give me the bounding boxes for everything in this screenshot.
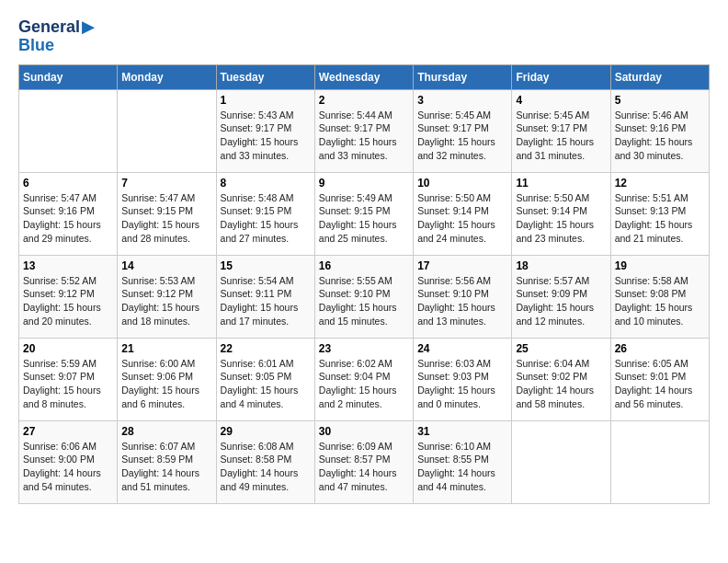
calendar-cell: 25Sunrise: 6:04 AM Sunset: 9:02 PM Dayli…	[512, 338, 610, 420]
day-number: 23	[319, 342, 409, 355]
calendar-cell: 14Sunrise: 5:53 AM Sunset: 9:12 PM Dayli…	[118, 255, 216, 338]
calendar-cell: 27Sunrise: 6:06 AM Sunset: 9:00 PM Dayli…	[19, 420, 118, 503]
day-number: 14	[121, 259, 211, 272]
day-detail: Sunrise: 6:01 AM Sunset: 9:05 PM Dayligh…	[221, 357, 311, 411]
logo-icon	[82, 21, 95, 34]
day-number: 9	[319, 177, 409, 190]
week-row-4: 20Sunrise: 5:59 AM Sunset: 9:07 PM Dayli…	[19, 338, 710, 420]
calendar-cell: 2Sunrise: 5:44 AM Sunset: 9:17 PM Daylig…	[314, 89, 413, 172]
day-detail: Sunrise: 6:02 AM Sunset: 9:04 PM Dayligh…	[319, 357, 409, 411]
day-detail: Sunrise: 5:43 AM Sunset: 9:17 PM Dayligh…	[221, 109, 311, 163]
day-detail: Sunrise: 5:58 AM Sunset: 9:08 PM Dayligh…	[615, 274, 705, 328]
day-detail: Sunrise: 6:04 AM Sunset: 9:02 PM Dayligh…	[516, 357, 606, 411]
day-number: 15	[221, 259, 311, 272]
day-detail: Sunrise: 5:52 AM Sunset: 9:12 PM Dayligh…	[23, 274, 113, 328]
calendar-cell: 9Sunrise: 5:49 AM Sunset: 9:15 PM Daylig…	[314, 172, 413, 255]
day-detail: Sunrise: 6:08 AM Sunset: 8:58 PM Dayligh…	[221, 440, 311, 494]
day-detail: Sunrise: 5:57 AM Sunset: 9:09 PM Dayligh…	[516, 274, 606, 328]
calendar-cell: 19Sunrise: 5:58 AM Sunset: 9:08 PM Dayli…	[610, 255, 709, 338]
calendar-cell: 17Sunrise: 5:56 AM Sunset: 9:10 PM Dayli…	[414, 255, 512, 338]
calendar-cell: 21Sunrise: 6:00 AM Sunset: 9:06 PM Dayli…	[118, 338, 216, 420]
day-detail: Sunrise: 5:47 AM Sunset: 9:15 PM Dayligh…	[121, 191, 211, 246]
day-number: 12	[615, 177, 705, 190]
header-day-monday: Monday	[118, 64, 216, 89]
day-number: 31	[417, 425, 507, 438]
day-number: 17	[417, 259, 507, 272]
header-day-saturday: Saturday	[610, 64, 709, 89]
calendar-cell: 4Sunrise: 5:45 AM Sunset: 9:17 PM Daylig…	[512, 89, 610, 172]
day-number: 25	[516, 342, 606, 355]
day-detail: Sunrise: 5:50 AM Sunset: 9:14 PM Dayligh…	[516, 191, 606, 246]
calendar-cell: 1Sunrise: 5:43 AM Sunset: 9:17 PM Daylig…	[216, 89, 314, 172]
week-row-1: 1Sunrise: 5:43 AM Sunset: 9:17 PM Daylig…	[19, 89, 710, 172]
day-number: 13	[23, 259, 113, 272]
day-detail: Sunrise: 5:49 AM Sunset: 9:15 PM Dayligh…	[319, 191, 409, 246]
day-number: 18	[516, 259, 606, 272]
calendar-cell	[512, 420, 610, 503]
calendar-cell: 28Sunrise: 6:07 AM Sunset: 8:59 PM Dayli…	[118, 420, 216, 503]
calendar-cell: 3Sunrise: 5:45 AM Sunset: 9:17 PM Daylig…	[414, 89, 512, 172]
calendar-cell: 13Sunrise: 5:52 AM Sunset: 9:12 PM Dayli…	[19, 255, 118, 338]
day-number: 1	[221, 94, 311, 107]
day-detail: Sunrise: 5:50 AM Sunset: 9:14 PM Dayligh…	[417, 191, 507, 246]
calendar-cell: 26Sunrise: 6:05 AM Sunset: 9:01 PM Dayli…	[610, 338, 709, 420]
week-row-3: 13Sunrise: 5:52 AM Sunset: 9:12 PM Dayli…	[19, 255, 710, 338]
calendar-cell: 29Sunrise: 6:08 AM Sunset: 8:58 PM Dayli…	[216, 420, 314, 503]
day-detail: Sunrise: 5:56 AM Sunset: 9:10 PM Dayligh…	[417, 274, 507, 328]
day-detail: Sunrise: 5:45 AM Sunset: 9:17 PM Dayligh…	[417, 109, 507, 163]
day-number: 27	[23, 425, 113, 438]
day-number: 20	[23, 342, 113, 355]
logo-general: General	[18, 18, 95, 37]
calendar-cell: 6Sunrise: 5:47 AM Sunset: 9:16 PM Daylig…	[19, 172, 118, 255]
calendar-cell: 8Sunrise: 5:48 AM Sunset: 9:15 PM Daylig…	[216, 172, 314, 255]
calendar-cell: 20Sunrise: 5:59 AM Sunset: 9:07 PM Dayli…	[19, 338, 118, 420]
day-detail: Sunrise: 5:47 AM Sunset: 9:16 PM Dayligh…	[23, 191, 113, 246]
header-day-tuesday: Tuesday	[216, 64, 314, 89]
week-row-5: 27Sunrise: 6:06 AM Sunset: 9:00 PM Dayli…	[19, 420, 710, 503]
day-number: 29	[221, 425, 311, 438]
day-detail: Sunrise: 6:05 AM Sunset: 9:01 PM Dayligh…	[615, 357, 705, 411]
day-number: 7	[121, 177, 211, 190]
day-number: 6	[23, 177, 113, 190]
day-number: 3	[417, 94, 507, 107]
day-detail: Sunrise: 5:45 AM Sunset: 9:17 PM Dayligh…	[516, 109, 606, 163]
day-detail: Sunrise: 5:44 AM Sunset: 9:17 PM Dayligh…	[319, 109, 409, 163]
page-header: General Blue	[18, 18, 710, 55]
calendar-cell: 18Sunrise: 5:57 AM Sunset: 9:09 PM Dayli…	[512, 255, 610, 338]
day-detail: Sunrise: 6:07 AM Sunset: 8:59 PM Dayligh…	[121, 440, 211, 494]
header-day-friday: Friday	[512, 64, 610, 89]
day-number: 2	[319, 94, 409, 107]
day-number: 19	[615, 259, 705, 272]
calendar-cell	[610, 420, 709, 503]
day-detail: Sunrise: 5:53 AM Sunset: 9:12 PM Dayligh…	[121, 274, 211, 328]
day-detail: Sunrise: 5:59 AM Sunset: 9:07 PM Dayligh…	[23, 357, 113, 411]
day-number: 8	[221, 177, 311, 190]
day-detail: Sunrise: 6:09 AM Sunset: 8:57 PM Dayligh…	[319, 440, 409, 494]
calendar-cell: 22Sunrise: 6:01 AM Sunset: 9:05 PM Dayli…	[216, 338, 314, 420]
calendar-cell: 24Sunrise: 6:03 AM Sunset: 9:03 PM Dayli…	[414, 338, 512, 420]
calendar-cell: 16Sunrise: 5:55 AM Sunset: 9:10 PM Dayli…	[314, 255, 413, 338]
calendar-cell: 11Sunrise: 5:50 AM Sunset: 9:14 PM Dayli…	[512, 172, 610, 255]
day-number: 21	[121, 342, 211, 355]
calendar-cell: 31Sunrise: 6:10 AM Sunset: 8:55 PM Dayli…	[414, 420, 512, 503]
calendar-cell: 23Sunrise: 6:02 AM Sunset: 9:04 PM Dayli…	[314, 338, 413, 420]
calendar-cell: 7Sunrise: 5:47 AM Sunset: 9:15 PM Daylig…	[118, 172, 216, 255]
day-number: 26	[615, 342, 705, 355]
header-day-thursday: Thursday	[414, 64, 512, 89]
day-number: 28	[121, 425, 211, 438]
day-number: 16	[319, 259, 409, 272]
day-detail: Sunrise: 5:46 AM Sunset: 9:16 PM Dayligh…	[615, 109, 705, 163]
calendar-cell: 15Sunrise: 5:54 AM Sunset: 9:11 PM Dayli…	[216, 255, 314, 338]
calendar-cell: 30Sunrise: 6:09 AM Sunset: 8:57 PM Dayli…	[314, 420, 413, 503]
logo-blue: Blue	[18, 37, 95, 55]
day-detail: Sunrise: 6:06 AM Sunset: 9:00 PM Dayligh…	[23, 440, 113, 494]
day-number: 10	[417, 177, 507, 190]
week-row-2: 6Sunrise: 5:47 AM Sunset: 9:16 PM Daylig…	[19, 172, 710, 255]
day-number: 24	[417, 342, 507, 355]
day-detail: Sunrise: 5:51 AM Sunset: 9:13 PM Dayligh…	[615, 191, 705, 246]
calendar-table: SundayMondayTuesdayWednesdayThursdayFrid…	[18, 64, 710, 504]
day-number: 22	[221, 342, 311, 355]
day-detail: Sunrise: 6:03 AM Sunset: 9:03 PM Dayligh…	[417, 357, 507, 411]
header-day-wednesday: Wednesday	[314, 64, 413, 89]
logo: General Blue	[18, 18, 95, 55]
